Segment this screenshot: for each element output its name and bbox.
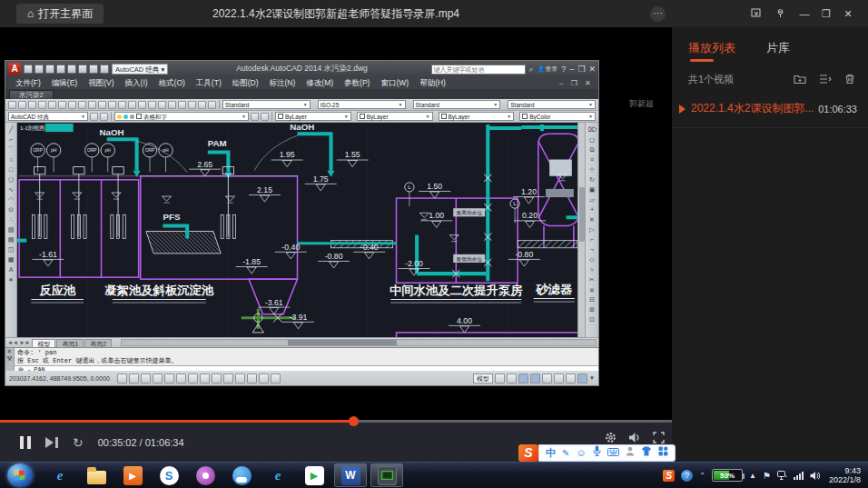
status-toggle[interactable] xyxy=(188,373,198,383)
draw-tool-icon[interactable]: ∿ xyxy=(6,184,16,194)
help-icon[interactable]: ? xyxy=(561,65,566,74)
speaker-icon[interactable] xyxy=(810,471,821,481)
status-toggle[interactable] xyxy=(212,373,222,383)
status-menu-arrow[interactable]: ▼ xyxy=(589,375,595,381)
status-toggle[interactable] xyxy=(271,373,281,383)
hardware-icon[interactable] xyxy=(777,471,787,480)
tray-help-icon[interactable]: ? xyxy=(681,470,693,482)
sogou-logo-icon[interactable]: S xyxy=(518,444,538,462)
draw-tool-icon[interactable]: ◠ xyxy=(6,194,16,204)
minimize-button[interactable]: — xyxy=(797,6,812,21)
tab-nav-icons[interactable]: ◄◄ ►► xyxy=(7,340,30,345)
toolbar-icon[interactable] xyxy=(138,101,146,109)
menu-item[interactable]: 帮助(H) xyxy=(415,78,450,89)
status-toggle[interactable] xyxy=(259,373,269,383)
style-dropdown[interactable]: Standard▼ xyxy=(222,100,311,109)
modify-tool-icon[interactable]: ↻ xyxy=(587,174,597,184)
pin-on-top-icon[interactable] xyxy=(773,6,787,21)
toolbar-icon[interactable] xyxy=(188,101,196,109)
menu-item[interactable]: 参数(P) xyxy=(340,78,374,89)
start-button[interactable] xyxy=(7,463,33,487)
toolbar-icon[interactable] xyxy=(38,101,46,109)
acad-close-icon[interactable]: ✕ xyxy=(588,65,596,74)
workspace-select[interactable]: AutoCAD 经典 ▾ xyxy=(112,64,168,75)
layer-manager-icon[interactable] xyxy=(100,113,108,121)
toolbar-icon[interactable] xyxy=(68,101,76,109)
toolbar-icon[interactable] xyxy=(168,101,176,109)
skin-icon[interactable] xyxy=(641,445,652,461)
toolbar-icon[interactable] xyxy=(58,101,66,109)
show-motion-icon[interactable] xyxy=(530,373,540,383)
taskbar-icon-ie2[interactable]: e xyxy=(261,463,294,487)
workspace-switch-icon[interactable] xyxy=(554,373,564,383)
taskbar-icon-qq[interactable] xyxy=(225,463,258,487)
taskbar-icon-sogoub[interactable]: S xyxy=(153,463,185,487)
battery-indicator[interactable]: 53% xyxy=(712,469,743,482)
autocad-logo[interactable]: A xyxy=(8,63,21,75)
status-toggle[interactable] xyxy=(235,373,245,383)
network-signal-icon[interactable] xyxy=(794,472,804,480)
collapse-list-icon[interactable] xyxy=(819,74,832,86)
draw-tool-icon[interactable]: ∴ xyxy=(6,214,16,224)
quick-view-drawings-icon[interactable] xyxy=(507,373,517,383)
menu-item[interactable]: 标注(N) xyxy=(265,78,301,89)
toolbar-icon[interactable] xyxy=(8,101,16,109)
taskbar-clock[interactable]: 9:43 2022/1/8 xyxy=(829,466,861,484)
menu-item[interactable]: 格式(O) xyxy=(154,78,190,89)
sidebar-tab[interactable]: 片库 xyxy=(766,40,790,62)
taskbar-icon-word[interactable]: W xyxy=(334,463,367,487)
horizontal-scrollbar[interactable] xyxy=(121,339,597,346)
qat-icon[interactable] xyxy=(35,65,44,74)
modify-tool-icon[interactable]: ▣ xyxy=(587,184,597,194)
modify-tool-icon[interactable]: ⊡ xyxy=(587,314,597,324)
menu-item[interactable]: 插入(I) xyxy=(121,78,153,89)
toolbar-icon[interactable] xyxy=(198,101,206,109)
taskbar-icon-ie[interactable]: e xyxy=(44,463,76,487)
layer-state-icon[interactable] xyxy=(261,113,269,121)
toolbar-icon[interactable] xyxy=(148,101,156,109)
annotation-scale-icon[interactable] xyxy=(542,373,552,383)
status-toggle[interactable] xyxy=(129,373,139,383)
maximize-button[interactable]: ❒ xyxy=(819,6,833,21)
menu-item[interactable]: 编辑(E) xyxy=(47,78,82,89)
close-button[interactable]: ✕ xyxy=(841,6,855,21)
acad-minimize-icon[interactable]: – xyxy=(569,65,574,74)
taskbar-icon-paint[interactable] xyxy=(189,463,222,487)
property-dropdown[interactable]: ByLayer▼ xyxy=(275,112,351,121)
mini-mode-icon[interactable] xyxy=(748,6,763,21)
qat-icon[interactable] xyxy=(45,65,54,74)
toolbar-icon[interactable] xyxy=(178,101,186,109)
property-dropdown[interactable]: ByLayer▼ xyxy=(439,112,515,121)
draw-tool-icon[interactable]: ▨ xyxy=(6,224,16,234)
emoji-icon[interactable]: ☺ xyxy=(576,445,586,461)
taskbar-icon-tencent[interactable]: ▶ xyxy=(298,463,330,487)
draw-tool-icon[interactable]: ⌐ xyxy=(6,134,16,144)
menu-item[interactable]: 修改(M) xyxy=(301,78,338,89)
status-toggle[interactable] xyxy=(117,373,127,383)
toolbar-icon[interactable] xyxy=(88,101,96,109)
playlist-item[interactable]: 2022.1.4水2课设制图郭... 01:06:33 xyxy=(672,86,868,128)
modify-tool-icon[interactable]: ✂ xyxy=(587,274,597,284)
layout-tab[interactable]: 布局1 xyxy=(56,339,84,347)
pen-icon[interactable]: ✎ xyxy=(562,445,569,461)
layout-tab[interactable]: 布局2 xyxy=(84,339,112,347)
show-hidden-icons[interactable]: ▲ xyxy=(749,472,756,480)
qat-icon[interactable] xyxy=(78,65,87,74)
status-toggle[interactable] xyxy=(247,373,257,383)
draw-tool-icon[interactable]: ○ xyxy=(6,154,16,164)
toolbar-icon[interactable] xyxy=(128,101,136,109)
gear-icon[interactable] xyxy=(90,113,98,121)
cleanscreen-icon[interactable] xyxy=(577,373,587,383)
draw-tool-icon[interactable]: ▦ xyxy=(6,254,16,264)
style-dropdown[interactable]: Standard▼ xyxy=(508,100,596,109)
modify-tool-icon[interactable]: ⌐ xyxy=(587,234,597,244)
style-dropdown[interactable]: Standard▼ xyxy=(413,100,501,109)
modify-tool-icon[interactable]: ≈ xyxy=(587,264,597,274)
modify-tool-icon[interactable]: ⊟ xyxy=(587,294,597,304)
status-toggle[interactable] xyxy=(200,373,210,383)
quick-view-layouts-icon[interactable] xyxy=(495,373,505,383)
modify-tool-icon[interactable]: ⊞ xyxy=(587,304,597,314)
login-person-icon[interactable] xyxy=(626,445,635,461)
modify-tool-icon[interactable]: + xyxy=(587,204,597,214)
draw-tool-icon[interactable]: ▤ xyxy=(6,234,16,244)
